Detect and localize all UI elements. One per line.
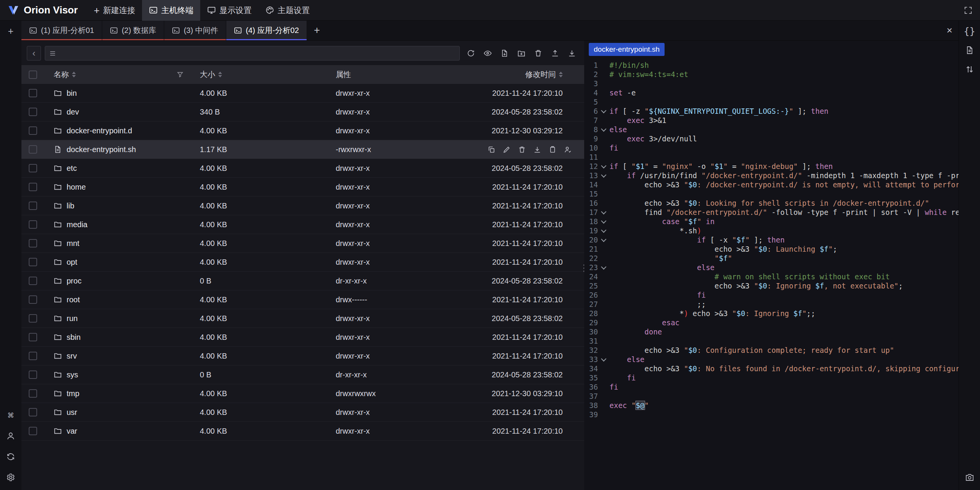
fold-chevron-icon[interactable] [598,107,609,116]
sort-icon[interactable] [218,72,222,77]
clipboard-icon[interactable] [546,143,559,156]
code-line[interactable]: 2# vim:sw=4:ts=4:et [584,70,980,79]
sync-icon[interactable] [4,450,17,463]
row-checkbox[interactable] [29,145,37,154]
new-terminal-plus-icon[interactable]: + [4,25,17,38]
code-line[interactable]: 19 *.sh) [584,226,980,235]
row-checkbox[interactable] [29,333,37,341]
file-name[interactable]: tmp [67,389,79,398]
code-line[interactable]: 39 [584,410,980,419]
settings-gear-icon[interactable] [4,471,17,484]
table-row[interactable]: var4.00 KBdrwxr-xr-x2021-11-24 17:20:10 [21,422,584,441]
nav-display-settings[interactable]: 显示设置 [200,0,258,21]
row-checkbox[interactable] [29,89,37,97]
code-line[interactable]: 22 "$f" [584,254,980,263]
path-input-wrapper[interactable] [45,46,460,61]
nav-new-connection[interactable]: + 新建连接 [87,0,142,21]
table-row[interactable]: run4.00 KBdrwxr-xr-x2024-05-28 23:58:02 [21,309,584,328]
code-line[interactable]: 37 [584,392,980,401]
delete-icon[interactable] [531,46,545,61]
table-row[interactable]: docker-entrypoint.sh1.17 KB-rwxrwxr-x [21,140,584,159]
fold-chevron-icon[interactable] [598,125,609,134]
table-row[interactable]: dev340 Bdrwxr-xr-x2024-05-28 23:58:02 [21,103,584,121]
editor-file-tab[interactable]: docker-entrypoint.sh [589,43,665,56]
command-shortcuts-icon[interactable]: ⌘ [4,409,17,422]
file-name[interactable]: opt [67,258,77,267]
file-name[interactable]: sys [67,370,78,379]
fold-chevron-icon[interactable] [598,162,609,171]
row-checkbox[interactable] [29,389,37,398]
copy-icon[interactable] [485,143,498,156]
row-checkbox[interactable] [29,427,37,435]
download-icon[interactable] [531,143,544,156]
nav-theme-settings[interactable]: 主题设置 [258,0,317,21]
code-line[interactable]: 38exec "$@" [584,401,980,410]
code-line[interactable]: 3 [584,79,980,88]
row-checkbox[interactable] [29,108,37,116]
table-row[interactable]: docker-entrypoint.d4.00 KBdrwxr-xr-x2021… [21,121,584,140]
code-line[interactable]: 20 if [ -x "$f" ]; then [584,235,980,244]
row-checkbox[interactable] [29,239,37,247]
code-line[interactable]: 21 echo >&3 "$0: Launching $f"; [584,244,980,254]
sort-icon[interactable] [72,72,76,77]
code-line[interactable]: 12if [ "$1" = "nginx" -o "$1" = "nginx-d… [584,162,980,171]
table-row[interactable]: srv4.00 KBdrwxr-xr-x2021-11-24 17:20:10 [21,347,584,365]
row-checkbox[interactable] [29,408,37,416]
code-line[interactable]: 26 fi [584,290,980,300]
row-checkbox[interactable] [29,183,37,191]
file-name[interactable]: run [67,314,78,323]
new-file-icon[interactable] [497,46,511,61]
table-row[interactable]: tmp4.00 KBdrwxrwxrwx2021-12-30 03:29:10 [21,384,584,403]
code-line[interactable]: 31 [584,336,980,346]
row-checkbox[interactable] [29,370,37,379]
path-input[interactable] [59,49,456,57]
table-row[interactable]: mnt4.00 KBdrwxr-xr-x2021-11-24 17:20:10 [21,234,584,253]
file-name[interactable]: docker-entrypoint.d [67,126,132,135]
row-checkbox[interactable] [29,220,37,229]
fold-chevron-icon[interactable] [598,263,609,272]
code-line[interactable]: 32 echo >&3 "$0: Configuration complete;… [584,346,980,355]
filter-icon[interactable] [176,71,184,78]
code-line[interactable]: 13 if /usr/bin/find "/docker-entrypoint.… [584,171,980,180]
fold-chevron-icon[interactable] [598,171,609,180]
nav-host-terminal[interactable]: 主机终端 [142,0,200,21]
table-row[interactable]: etc4.00 KBdrwxr-xr-x2024-05-28 23:58:02 [21,159,584,178]
column-header-size[interactable]: 大小 [200,69,215,80]
trash-icon[interactable] [515,143,528,156]
code-line[interactable]: 10fi [584,143,980,152]
code-line[interactable]: 36fi [584,382,980,392]
table-row[interactable]: proc0 Bdr-xr-xr-x2024-05-28 23:58:02 [21,272,584,290]
file-name[interactable]: docker-entrypoint.sh [67,145,136,154]
code-line[interactable]: 5 [584,97,980,107]
brand[interactable]: Orion Visor [0,4,87,16]
edit-icon[interactable] [500,143,513,156]
file-name[interactable]: dev [67,108,79,116]
code-area[interactable]: 1#!/bin/sh2# vim:sw=4:ts=4:et34set -e56i… [584,58,980,490]
preview-eye-icon[interactable] [480,46,495,61]
fold-chevron-icon[interactable] [598,208,609,217]
table-row[interactable]: sbin4.00 KBdrwxr-xr-x2021-11-24 17:20:10 [21,328,584,347]
close-icon[interactable]: × [947,25,952,36]
refresh-icon[interactable] [464,46,478,61]
file-name[interactable]: proc [67,277,82,285]
fold-chevron-icon[interactable] [598,217,609,226]
braces-variables-icon[interactable]: {} [963,25,976,38]
file-name[interactable]: var [67,427,77,436]
table-row[interactable]: bin4.00 KBdrwxr-xr-x2021-11-24 17:20:10 [21,84,584,103]
code-line[interactable]: 29 esac [584,318,980,327]
code-line[interactable]: 27 ;; [584,300,980,309]
table-row[interactable]: media4.00 KBdrwxr-xr-x2021-11-24 17:20:1… [21,215,584,234]
fullscreen-icon[interactable] [956,6,980,15]
code-line[interactable]: 35 fi [584,373,980,382]
code-line[interactable]: 9 exec 3>/dev/null [584,134,980,143]
select-all-checkbox[interactable] [29,70,37,79]
upload-icon[interactable] [548,46,562,61]
file-name[interactable]: usr [67,408,77,417]
file-name[interactable]: bin [67,89,77,98]
code-line[interactable]: 16 echo >&3 "$0: Looking for shell scrip… [584,198,980,208]
fold-chevron-icon[interactable] [598,226,609,235]
code-line[interactable]: 6if [ -z "${NGINX_ENTRYPOINT_QUIET_LOGS:… [584,107,980,116]
fold-chevron-icon[interactable] [598,235,609,244]
row-checkbox[interactable] [29,352,37,360]
back-button[interactable]: ‹ [27,46,41,61]
